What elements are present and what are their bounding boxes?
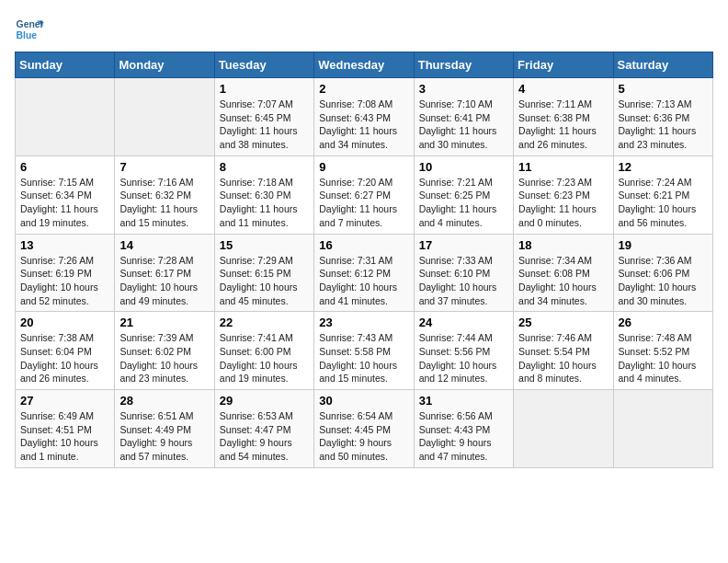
calendar-cell: 25Sunrise: 7:46 AMSunset: 5:54 PMDayligh… [514,312,613,390]
day-number: 2 [319,82,408,96]
calendar-cell: 8Sunrise: 7:18 AMSunset: 6:30 PMDaylight… [214,155,313,234]
day-info: Sunrise: 7:28 AMSunset: 6:17 PMDaylight:… [119,254,209,308]
day-number: 13 [20,238,109,252]
calendar-cell: 12Sunrise: 7:24 AMSunset: 6:21 PMDayligh… [613,155,712,234]
day-info: Sunrise: 7:39 AMSunset: 6:02 PMDaylight:… [119,331,209,385]
day-info: Sunrise: 7:23 AMSunset: 6:23 PMDaylight:… [518,176,608,230]
calendar-cell: 30Sunrise: 6:54 AMSunset: 4:45 PMDayligh… [314,390,414,468]
day-header-thursday: Thursday [414,52,513,78]
calendar-cell [613,390,712,468]
day-info: Sunrise: 7:46 AMSunset: 5:54 PMDaylight:… [518,331,608,385]
calendar-cell: 5Sunrise: 7:13 AMSunset: 6:36 PMDaylight… [613,78,712,156]
calendar-cell: 9Sunrise: 7:20 AMSunset: 6:27 PMDaylight… [314,155,414,234]
day-info: Sunrise: 7:26 AMSunset: 6:19 PMDaylight:… [20,254,109,308]
calendar-cell: 29Sunrise: 6:53 AMSunset: 4:47 PMDayligh… [214,390,313,468]
day-info: Sunrise: 7:36 AMSunset: 6:06 PMDaylight:… [619,254,708,308]
calendar-cell: 2Sunrise: 7:08 AMSunset: 6:43 PMDaylight… [314,78,414,156]
header: General Blue [15,15,713,44]
day-number: 22 [220,316,309,329]
day-info: Sunrise: 7:11 AMSunset: 6:38 PMDaylight:… [518,98,608,152]
calendar-cell: 14Sunrise: 7:28 AMSunset: 6:17 PMDayligh… [115,234,214,312]
calendar-cell: 31Sunrise: 6:56 AMSunset: 4:43 PMDayligh… [414,390,513,468]
calendar-cell: 24Sunrise: 7:44 AMSunset: 5:56 PMDayligh… [414,312,513,390]
calendar-cell: 27Sunrise: 6:49 AMSunset: 4:51 PMDayligh… [16,390,115,468]
day-info: Sunrise: 7:34 AMSunset: 6:08 PMDaylight:… [518,254,608,308]
calendar-cell: 26Sunrise: 7:48 AMSunset: 5:52 PMDayligh… [613,312,712,390]
calendar-cell [115,78,214,156]
calendar-cell: 1Sunrise: 7:07 AMSunset: 6:45 PMDaylight… [214,78,313,156]
calendar-cell: 19Sunrise: 7:36 AMSunset: 6:06 PMDayligh… [613,234,712,312]
day-number: 27 [20,394,109,408]
day-number: 25 [518,316,608,329]
calendar-cell: 28Sunrise: 6:51 AMSunset: 4:49 PMDayligh… [115,390,214,468]
calendar-week-1: 1Sunrise: 7:07 AMSunset: 6:45 PMDaylight… [16,78,713,156]
day-info: Sunrise: 7:07 AMSunset: 6:45 PMDaylight:… [220,98,309,152]
day-number: 4 [518,82,608,96]
day-header-wednesday: Wednesday [314,52,414,78]
day-info: Sunrise: 6:54 AMSunset: 4:45 PMDaylight:… [319,409,408,464]
day-number: 16 [319,238,408,252]
calendar-cell: 11Sunrise: 7:23 AMSunset: 6:23 PMDayligh… [514,155,613,234]
day-number: 24 [419,316,508,329]
day-number: 28 [119,394,209,408]
day-info: Sunrise: 7:20 AMSunset: 6:27 PMDaylight:… [319,176,408,230]
calendar-cell [16,78,115,156]
calendar-week-2: 6Sunrise: 7:15 AMSunset: 6:34 PMDaylight… [16,155,713,234]
calendar-cell: 23Sunrise: 7:43 AMSunset: 5:58 PMDayligh… [314,312,414,390]
day-header-sunday: Sunday [16,52,115,78]
day-number: 18 [518,238,608,252]
day-info: Sunrise: 7:16 AMSunset: 6:32 PMDaylight:… [119,176,209,230]
day-info: Sunrise: 7:41 AMSunset: 6:00 PMDaylight:… [220,331,309,385]
calendar-cell: 10Sunrise: 7:21 AMSunset: 6:25 PMDayligh… [414,155,513,234]
day-info: Sunrise: 6:56 AMSunset: 4:43 PMDaylight:… [419,409,508,464]
day-number: 7 [119,160,209,174]
day-info: Sunrise: 7:10 AMSunset: 6:41 PMDaylight:… [419,98,508,152]
calendar-cell: 4Sunrise: 7:11 AMSunset: 6:38 PMDaylight… [514,78,613,156]
calendar-week-3: 13Sunrise: 7:26 AMSunset: 6:19 PMDayligh… [16,234,713,312]
day-number: 6 [20,160,109,174]
day-number: 29 [220,394,309,408]
day-number: 14 [119,238,209,252]
calendar-week-5: 27Sunrise: 6:49 AMSunset: 4:51 PMDayligh… [16,390,713,468]
day-info: Sunrise: 7:13 AMSunset: 6:36 PMDaylight:… [619,98,708,152]
calendar-cell: 3Sunrise: 7:10 AMSunset: 6:41 PMDaylight… [414,78,513,156]
day-info: Sunrise: 6:49 AMSunset: 4:51 PMDaylight:… [20,409,109,464]
day-info: Sunrise: 7:29 AMSunset: 6:15 PMDaylight:… [220,254,309,308]
day-number: 8 [220,160,309,174]
day-info: Sunrise: 7:33 AMSunset: 6:10 PMDaylight:… [419,254,508,308]
day-header-friday: Friday [514,52,613,78]
calendar-cell: 18Sunrise: 7:34 AMSunset: 6:08 PMDayligh… [514,234,613,312]
day-number: 17 [419,238,508,252]
day-number: 15 [220,238,309,252]
day-number: 30 [319,394,408,408]
day-header-monday: Monday [115,52,214,78]
day-number: 21 [119,316,209,329]
day-info: Sunrise: 7:24 AMSunset: 6:21 PMDaylight:… [619,176,708,230]
calendar-cell: 7Sunrise: 7:16 AMSunset: 6:32 PMDaylight… [115,155,214,234]
day-number: 31 [419,394,508,408]
day-info: Sunrise: 7:15 AMSunset: 6:34 PMDaylight:… [20,176,109,230]
day-info: Sunrise: 6:53 AMSunset: 4:47 PMDaylight:… [220,409,309,464]
day-info: Sunrise: 7:44 AMSunset: 5:56 PMDaylight:… [419,331,508,385]
day-header-tuesday: Tuesday [214,52,313,78]
day-number: 11 [518,160,608,174]
day-number: 20 [20,316,109,329]
day-number: 10 [419,160,508,174]
calendar-cell: 6Sunrise: 7:15 AMSunset: 6:34 PMDaylight… [16,155,115,234]
svg-text:Blue: Blue [17,30,38,40]
calendar-cell: 15Sunrise: 7:29 AMSunset: 6:15 PMDayligh… [214,234,313,312]
day-info: Sunrise: 7:08 AMSunset: 6:43 PMDaylight:… [319,98,408,152]
calendar-cell: 17Sunrise: 7:33 AMSunset: 6:10 PMDayligh… [414,234,513,312]
day-header-saturday: Saturday [613,52,712,78]
calendar-cell: 20Sunrise: 7:38 AMSunset: 6:04 PMDayligh… [16,312,115,390]
calendar-cell [514,390,613,468]
day-info: Sunrise: 7:48 AMSunset: 5:52 PMDaylight:… [619,331,708,385]
logo: General Blue [15,15,48,44]
calendar-week-4: 20Sunrise: 7:38 AMSunset: 6:04 PMDayligh… [16,312,713,390]
day-number: 12 [619,160,708,174]
day-number: 5 [619,82,708,96]
day-info: Sunrise: 6:51 AMSunset: 4:49 PMDaylight:… [119,409,209,464]
calendar-table: SundayMondayTuesdayWednesdayThursdayFrid… [15,52,713,468]
day-number: 9 [319,160,408,174]
calendar-cell: 13Sunrise: 7:26 AMSunset: 6:19 PMDayligh… [16,234,115,312]
